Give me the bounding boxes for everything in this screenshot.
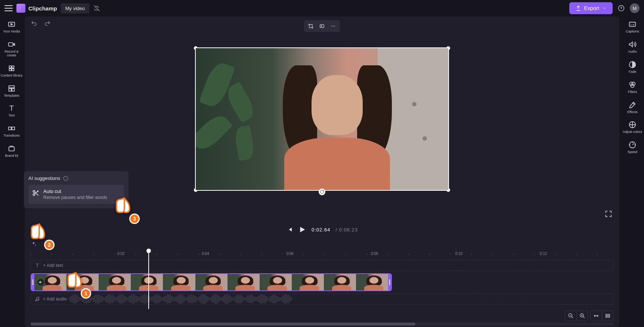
svg-rect-8 — [9, 88, 11, 91]
sidebar-effects[interactable]: Effects — [627, 101, 637, 114]
upload-icon — [575, 5, 581, 11]
scissors-button[interactable] — [44, 241, 50, 247]
sidebar-filters[interactable]: Filters — [628, 81, 637, 94]
audio-track[interactable]: + Add audio — [31, 293, 613, 305]
left-sidebar: Your media Record & create Content libra… — [0, 16, 23, 327]
ai-sparkle-button[interactable] — [31, 241, 37, 247]
video-track[interactable] — [31, 273, 613, 291]
svg-rect-12 — [9, 147, 15, 151]
sidebar-content-library[interactable]: Content library — [1, 64, 23, 78]
fit-timeline-button[interactable] — [591, 311, 602, 321]
svg-point-31 — [33, 190, 35, 192]
svg-rect-6 — [12, 69, 14, 71]
video-preview — [196, 48, 448, 190]
scrollbar-thumb[interactable] — [31, 323, 415, 326]
fullscreen-button[interactable] — [604, 210, 613, 218]
svg-point-18 — [45, 245, 46, 246]
playhead[interactable] — [148, 251, 149, 309]
svg-rect-21 — [606, 314, 610, 315]
clip-volume-icon[interactable] — [37, 279, 44, 286]
svg-point-17 — [45, 242, 46, 244]
text-icon — [35, 263, 40, 268]
sidebar-audio[interactable]: Audio — [628, 40, 637, 54]
svg-point-16 — [334, 26, 335, 27]
clip-handle-left[interactable] — [31, 274, 34, 290]
export-button[interactable]: Export — [569, 2, 613, 14]
undo-button[interactable] — [31, 20, 37, 27]
playback-controls: 0:02.64 / 0:08.23 — [25, 222, 619, 237]
sidebar-fade[interactable]: Fade — [628, 60, 637, 74]
sidebar-captions[interactable]: Captions — [626, 20, 639, 34]
play-button[interactable] — [298, 225, 306, 234]
sync-off-icon[interactable] — [93, 4, 100, 12]
sidebar-record-create[interactable]: Record & create — [0, 40, 23, 57]
sidebar-adjust-colors[interactable]: Adjust colors — [623, 121, 642, 134]
project-title[interactable]: My video — [61, 3, 89, 13]
sidebar-your-media[interactable]: Your media — [3, 20, 20, 34]
svg-rect-10 — [9, 127, 11, 130]
rotate-handle[interactable] — [319, 189, 325, 195]
more-button[interactable] — [328, 22, 338, 31]
sidebar-speed[interactable]: Speed — [628, 141, 637, 154]
logo-icon — [16, 4, 25, 13]
svg-point-0 — [619, 6, 624, 11]
info-icon[interactable] — [63, 176, 68, 181]
timeline-view-button[interactable] — [602, 311, 613, 321]
svg-rect-5 — [9, 69, 11, 71]
auto-cut-icon — [32, 189, 40, 197]
music-icon — [35, 296, 40, 302]
svg-point-15 — [333, 26, 334, 27]
svg-rect-7 — [9, 85, 15, 88]
sidebar-transitions[interactable]: Transitions — [3, 124, 20, 138]
svg-rect-11 — [12, 127, 15, 130]
video-canvas[interactable] — [195, 47, 449, 191]
time-total: / 0:08.23 — [335, 227, 358, 233]
zoom-out-button[interactable] — [565, 311, 576, 321]
ai-auto-cut-item[interactable]: Auto cut Remove pauses and filler words — [28, 185, 124, 204]
zoom-in-button[interactable] — [576, 311, 588, 321]
sidebar-brand-kit[interactable]: Brand kit — [5, 144, 18, 158]
app-name: Clipchamp — [28, 5, 57, 12]
svg-rect-22 — [606, 316, 610, 317]
svg-rect-2 — [9, 43, 13, 46]
skip-back-button[interactable] — [286, 226, 293, 233]
svg-rect-23 — [629, 22, 636, 27]
menu-button[interactable] — [4, 4, 13, 12]
crop-button[interactable] — [306, 22, 316, 31]
clip-handle-right[interactable] — [388, 274, 391, 290]
text-track[interactable]: + Add text — [31, 260, 613, 271]
svg-point-27 — [631, 84, 634, 87]
svg-rect-9 — [12, 88, 14, 91]
fit-button[interactable] — [317, 22, 327, 31]
chevron-down-icon — [602, 6, 607, 10]
timeline-scrollbar[interactable] — [31, 323, 613, 326]
svg-point-32 — [33, 194, 35, 196]
time-current: 0:02.64 — [312, 227, 330, 233]
canvas-toolbar — [304, 20, 340, 32]
user-avatar[interactable]: M — [630, 3, 640, 13]
timeline-ruler[interactable]: 0:020:040:060:080:100:12 — [31, 251, 613, 260]
sidebar-templates[interactable]: Templates — [4, 84, 19, 98]
svg-point-14 — [331, 26, 332, 27]
help-button[interactable] — [616, 3, 626, 13]
svg-rect-3 — [9, 66, 11, 68]
video-clip[interactable] — [31, 273, 392, 291]
ai-popup-title: AI suggestions — [28, 175, 60, 181]
redo-button[interactable] — [44, 20, 51, 27]
svg-rect-4 — [12, 66, 14, 68]
app-logo[interactable]: Clipchamp — [16, 4, 57, 13]
ai-suggestions-popup: AI suggestions Auto cut Remove pauses an… — [24, 171, 129, 208]
right-sidebar: Captions Audio Fade Filters Effects Adju… — [621, 16, 644, 327]
sidebar-text[interactable]: Text — [7, 104, 16, 118]
